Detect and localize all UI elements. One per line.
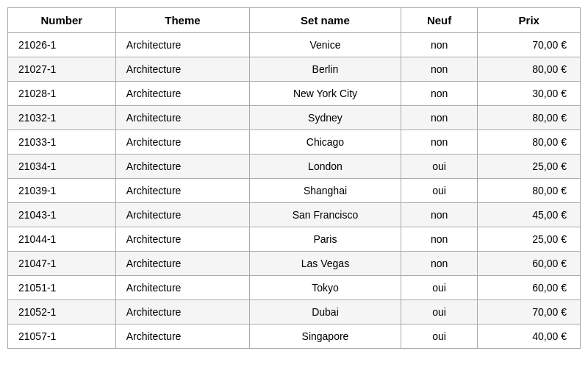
table-row: 21043-1ArchitectureSan Francisconon45,00…	[8, 203, 581, 227]
cell-number: 21032-1	[8, 106, 116, 130]
cell-number: 21033-1	[8, 130, 116, 155]
cell-number: 21027-1	[8, 57, 116, 82]
data-table: Number Theme Set name Neuf Prix 21026-1A…	[7, 7, 581, 349]
table-row: 21026-1ArchitectureVenicenon70,00 €	[8, 33, 581, 57]
cell-prix: 80,00 €	[478, 57, 581, 82]
cell-theme: Architecture	[115, 324, 250, 349]
cell-prix: 80,00 €	[478, 130, 581, 155]
table-row: 21052-1ArchitectureDubaioui70,00 €	[8, 300, 581, 324]
cell-neuf: non	[401, 106, 478, 130]
header-neuf: Neuf	[401, 8, 478, 33]
cell-set-name: Paris	[250, 227, 401, 252]
cell-neuf: non	[401, 203, 478, 227]
cell-set-name: Chicago	[250, 130, 401, 155]
cell-theme: Architecture	[115, 276, 250, 300]
cell-prix: 70,00 €	[478, 300, 581, 324]
cell-neuf: oui	[401, 179, 478, 203]
cell-neuf: non	[401, 82, 478, 106]
cell-theme: Architecture	[115, 33, 250, 57]
header-prix: Prix	[478, 8, 581, 33]
cell-theme: Architecture	[115, 57, 250, 82]
cell-neuf: oui	[401, 300, 478, 324]
table-row: 21051-1ArchitectureTokyooui60,00 €	[8, 276, 581, 300]
cell-number: 21044-1	[8, 227, 116, 252]
cell-theme: Architecture	[115, 106, 250, 130]
cell-number: 21051-1	[8, 276, 116, 300]
cell-neuf: oui	[401, 155, 478, 179]
table-row: 21027-1ArchitectureBerlinnon80,00 €	[8, 57, 581, 82]
table-row: 21044-1ArchitectureParisnon25,00 €	[8, 227, 581, 252]
cell-number: 21028-1	[8, 82, 116, 106]
header-number: Number	[8, 8, 116, 33]
table-row: 21034-1ArchitectureLondonoui25,00 €	[8, 155, 581, 179]
cell-set-name: Las Vegas	[250, 252, 401, 276]
cell-prix: 30,00 €	[478, 82, 581, 106]
cell-number: 21043-1	[8, 203, 116, 227]
cell-number: 21039-1	[8, 179, 116, 203]
cell-neuf: oui	[401, 324, 478, 349]
cell-set-name: Venice	[250, 33, 401, 57]
cell-theme: Architecture	[115, 82, 250, 106]
cell-number: 21034-1	[8, 155, 116, 179]
cell-prix: 25,00 €	[478, 155, 581, 179]
cell-set-name: Shanghai	[250, 179, 401, 203]
cell-prix: 80,00 €	[478, 179, 581, 203]
cell-number: 21057-1	[8, 324, 116, 349]
cell-prix: 80,00 €	[478, 106, 581, 130]
table-row: 21028-1ArchitectureNew York Citynon30,00…	[8, 82, 581, 106]
cell-prix: 60,00 €	[478, 276, 581, 300]
table-row: 21032-1ArchitectureSydneynon80,00 €	[8, 106, 581, 130]
table-row: 21039-1ArchitectureShanghaioui80,00 €	[8, 179, 581, 203]
cell-theme: Architecture	[115, 155, 250, 179]
cell-prix: 40,00 €	[478, 324, 581, 349]
table-row: 21047-1ArchitectureLas Vegasnon60,00 €	[8, 252, 581, 276]
cell-set-name: Berlin	[250, 57, 401, 82]
table-header-row: Number Theme Set name Neuf Prix	[8, 8, 581, 33]
cell-theme: Architecture	[115, 300, 250, 324]
cell-neuf: non	[401, 57, 478, 82]
cell-set-name: New York City	[250, 82, 401, 106]
cell-neuf: non	[401, 252, 478, 276]
cell-prix: 25,00 €	[478, 227, 581, 252]
cell-prix: 70,00 €	[478, 33, 581, 57]
cell-theme: Architecture	[115, 179, 250, 203]
cell-theme: Architecture	[115, 130, 250, 155]
cell-set-name: Singapore	[250, 324, 401, 349]
cell-number: 21052-1	[8, 300, 116, 324]
header-theme: Theme	[115, 8, 250, 33]
cell-neuf: oui	[401, 276, 478, 300]
cell-neuf: non	[401, 33, 478, 57]
cell-set-name: Dubai	[250, 300, 401, 324]
cell-set-name: Tokyo	[250, 276, 401, 300]
cell-number: 21026-1	[8, 33, 116, 57]
cell-neuf: non	[401, 227, 478, 252]
cell-theme: Architecture	[115, 203, 250, 227]
cell-prix: 45,00 €	[478, 203, 581, 227]
table-container: Number Theme Set name Neuf Prix 21026-1A…	[7, 7, 581, 349]
cell-neuf: non	[401, 130, 478, 155]
cell-number: 21047-1	[8, 252, 116, 276]
table-row: 21057-1ArchitectureSingaporeoui40,00 €	[8, 324, 581, 349]
table-row: 21033-1ArchitectureChicagonon80,00 €	[8, 130, 581, 155]
cell-theme: Architecture	[115, 227, 250, 252]
cell-theme: Architecture	[115, 252, 250, 276]
cell-set-name: San Francisco	[250, 203, 401, 227]
cell-set-name: Sydney	[250, 106, 401, 130]
header-set-name: Set name	[250, 8, 401, 33]
cell-set-name: London	[250, 155, 401, 179]
cell-prix: 60,00 €	[478, 252, 581, 276]
